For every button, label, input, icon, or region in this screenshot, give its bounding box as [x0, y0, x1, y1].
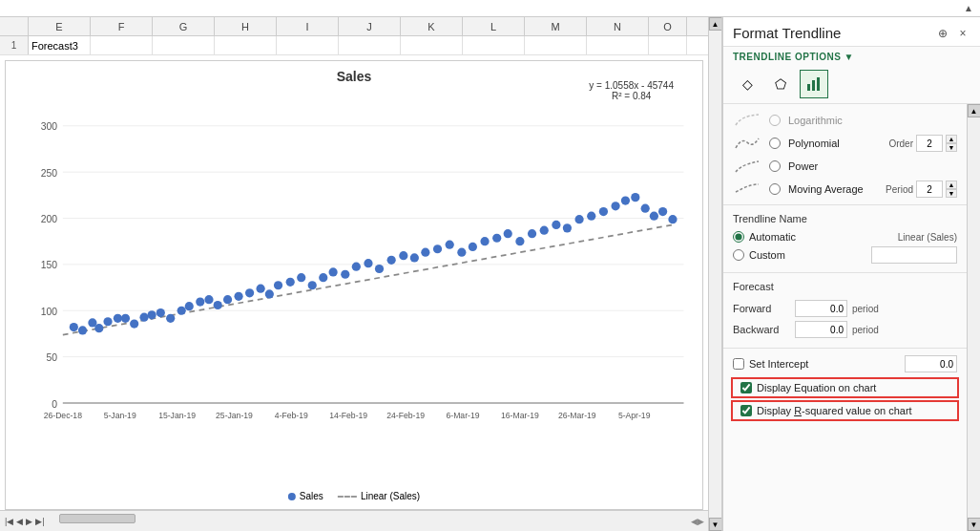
moving-avg-label: Moving Average: [788, 183, 878, 195]
nav-right-end[interactable]: ▶|: [35, 517, 44, 526]
cell-i1[interactable]: [277, 36, 339, 54]
col-header-g[interactable]: G: [153, 17, 215, 35]
logarithmic-radio[interactable]: [769, 115, 781, 126]
svg-rect-86: [812, 80, 815, 91]
col-header-o[interactable]: O: [649, 17, 687, 35]
effects-icon-btn[interactable]: ⬠: [766, 70, 795, 98]
svg-text:14-Feb-19: 14-Feb-19: [329, 411, 367, 420]
cell-m1[interactable]: [525, 36, 587, 54]
r-squared-line: R² = 0.84: [589, 91, 674, 101]
v-scrollbar: ▲ ▼: [708, 17, 721, 531]
col-headers: E F G H I J K L M N O: [0, 17, 708, 36]
polynomial-radio[interactable]: [769, 138, 781, 149]
col-header-i[interactable]: I: [277, 17, 339, 35]
power-radio[interactable]: [769, 160, 781, 172]
col-header-h[interactable]: H: [215, 17, 277, 35]
cell-e1[interactable]: Forecast3: [29, 36, 91, 54]
moving-avg-radio[interactable]: [769, 183, 781, 195]
svg-point-80: [631, 193, 639, 202]
close-button[interactable]: ×: [955, 26, 970, 41]
cell-o1[interactable]: [649, 36, 687, 54]
cell-g1[interactable]: [153, 36, 215, 54]
panel-scroll-track[interactable]: [968, 117, 980, 518]
col-header-j[interactable]: J: [339, 17, 401, 35]
chart-container[interactable]: Sales y = 1.0558x - 45744 R² = 0.84: [5, 60, 703, 510]
display-equation-checkbox[interactable]: [740, 382, 752, 393]
automatic-radio[interactable]: [733, 231, 744, 243]
cell-h1[interactable]: [215, 36, 277, 54]
backward-input[interactable]: [795, 321, 847, 338]
svg-point-49: [274, 281, 282, 289]
panel-scroll-down[interactable]: ▼: [968, 518, 981, 531]
order-down-btn[interactable]: ▼: [946, 143, 957, 152]
log-curve-icon: [734, 114, 761, 127]
svg-text:50: 50: [47, 352, 58, 363]
svg-point-72: [540, 226, 549, 235]
fill-icon-btn[interactable]: ◇: [733, 70, 761, 98]
display-equation-row: Display Equation on chart: [731, 377, 959, 398]
period-input[interactable]: [916, 181, 943, 198]
col-header-e[interactable]: E: [29, 17, 91, 35]
forward-label: Forward: [733, 303, 790, 314]
col-header-k[interactable]: K: [401, 17, 463, 35]
period-label: Period: [886, 184, 913, 195]
svg-point-73: [552, 221, 560, 229]
svg-point-31: [103, 317, 112, 326]
intercept-input[interactable]: [905, 355, 957, 372]
svg-text:100: 100: [41, 307, 58, 317]
custom-radio[interactable]: [733, 249, 744, 261]
svg-point-48: [265, 289, 274, 298]
cell-k1[interactable]: [401, 36, 463, 54]
collapse-btn[interactable]: ▲: [961, 1, 976, 16]
nav-left-end[interactable]: |◀: [5, 517, 13, 526]
polynomial-icon: [733, 135, 761, 152]
custom-row: Custom: [733, 244, 957, 266]
cell-f1[interactable]: [91, 36, 153, 54]
period-up-btn[interactable]: ▲: [946, 181, 957, 189]
nav-left[interactable]: ◀: [16, 517, 23, 526]
h-scroll-thumb[interactable]: [59, 514, 136, 523]
col-header-m[interactable]: M: [525, 17, 587, 35]
forward-row: Forward period: [733, 298, 957, 319]
scroll-track[interactable]: [709, 31, 721, 518]
col-header-n[interactable]: N: [587, 17, 649, 35]
nav-arrows: |◀ ◀ ▶ ▶|: [0, 511, 50, 531]
period-down-btn[interactable]: ▼: [946, 189, 957, 198]
legend-linear: Linear (Sales): [338, 491, 420, 501]
svg-point-51: [297, 273, 305, 282]
scroll-up-btn[interactable]: ▲: [709, 17, 722, 31]
col-header-f[interactable]: F: [91, 17, 153, 35]
cell-j1[interactable]: [339, 36, 401, 54]
pin-button[interactable]: ⊕: [935, 26, 950, 41]
period-spinner: ▲ ▼: [946, 181, 957, 198]
forward-input[interactable]: [795, 300, 847, 317]
order-input[interactable]: [916, 135, 943, 152]
equation-line: y = 1.0558x - 45744: [589, 80, 674, 91]
power-curve-icon: [734, 159, 761, 173]
svg-point-82: [650, 212, 658, 221]
svg-point-83: [658, 207, 667, 216]
cell-n1[interactable]: [587, 36, 649, 54]
cell-l1[interactable]: [463, 36, 525, 54]
panel-icons: ◇ ⬠: [723, 65, 980, 104]
divider-1: [723, 204, 967, 205]
legend-sales-label: Sales: [300, 491, 323, 501]
options-icon-btn[interactable]: [800, 70, 828, 98]
svg-text:0: 0: [52, 399, 57, 410]
panel-scroll-up[interactable]: ▲: [968, 104, 981, 117]
scroll-down-btn[interactable]: ▼: [709, 518, 722, 531]
svg-text:150: 150: [41, 260, 58, 270]
svg-point-42: [204, 295, 213, 304]
bar-chart-icon: [806, 76, 822, 92]
zoom-label: ◀▶: [691, 517, 704, 526]
chart-row: Sales y = 1.0558x - 45744 R² = 0.84: [0, 55, 708, 510]
order-up-btn[interactable]: ▲: [946, 135, 957, 143]
svg-point-45: [234, 292, 242, 301]
display-rsquared-checkbox[interactable]: [740, 405, 752, 416]
h-scroll-track[interactable]: [50, 511, 687, 531]
panel-right-layout: Logarithmic Polynomial Order: [723, 104, 980, 531]
custom-input[interactable]: [871, 246, 957, 264]
col-header-l[interactable]: L: [463, 17, 525, 35]
nav-right[interactable]: ▶: [26, 517, 32, 526]
intercept-checkbox[interactable]: [733, 358, 744, 370]
